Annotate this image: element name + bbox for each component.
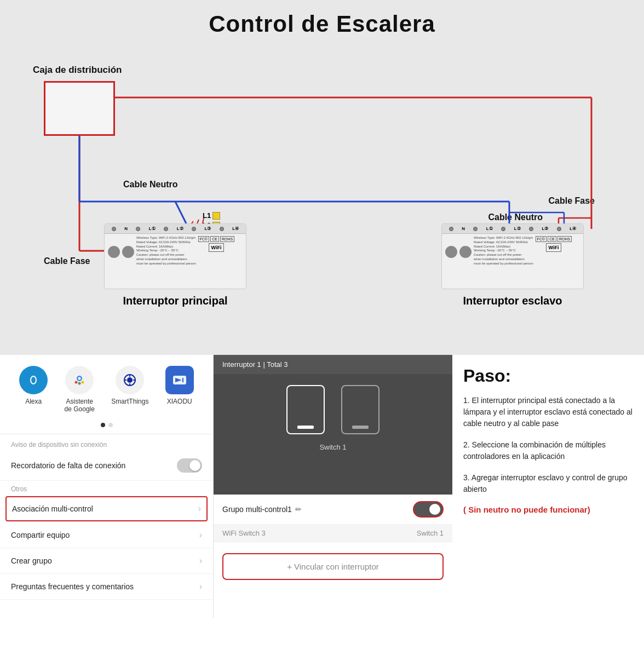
device-left-spec: Wireless Type: WiFi 2.4GHz 802.11b/g/n R… <box>136 236 196 266</box>
center-panel: Interruptor 1 | Total 3 Switch 1 Grupo m… <box>214 355 452 618</box>
terminal-l3 <box>192 227 196 231</box>
multi-control-app-label: Grupo multi-control1 <box>222 505 292 514</box>
alexa-svg <box>26 372 41 388</box>
alexa-label: Alexa <box>25 398 42 405</box>
wifi-switch-row: WiFi Switch 3 Switch 1 <box>214 525 452 542</box>
right-terminal-l4 <box>557 227 561 231</box>
toggle-on[interactable] <box>413 501 444 518</box>
device-left: N L① L② L③ L④ Wireless Type <box>104 223 246 289</box>
svg-point-20 <box>27 374 40 387</box>
share-device-label: Compartir equipo <box>11 531 70 539</box>
device-left-body: Wireless Type: WiFi 2.4GHz 802.11b/g/n R… <box>105 234 246 268</box>
device-right-topbar: N L① L② L③ L④ <box>442 224 583 234</box>
dot-1 <box>101 423 105 427</box>
switch-icons-row <box>286 385 380 434</box>
service-xiaodu: XIAODU <box>165 366 194 413</box>
switch-icon-2[interactable] <box>341 385 380 434</box>
faq-arrow: › <box>199 582 202 591</box>
diagram-area: Caja de distribución Cable Fase Cable Ne… <box>16 48 628 338</box>
wifi-switch-text: WiFi Switch 3 <box>222 529 266 537</box>
device-left-logos: FC© CE ROHS WiFi <box>198 236 234 266</box>
device-right-body: Wireless Type: WiFi 2.4GHz 802.11b/g/n R… <box>442 234 583 268</box>
service-alexa: Alexa <box>19 366 48 413</box>
terminal-n <box>112 227 116 231</box>
device-left-label: Interruptor principal <box>104 295 246 307</box>
device-left-inner: N L① L② L③ L④ Wireless Type <box>105 224 246 289</box>
step-2: 2. Seleccione la combinación de múltiple… <box>463 439 633 462</box>
right-cert-logos: FC© CE ROHS <box>536 236 572 242</box>
multi-control-app-text: Grupo multi-control1 ✏ <box>222 505 302 514</box>
device-left-certs <box>108 238 134 266</box>
svg-line-14 <box>197 220 199 223</box>
smartthings-icon[interactable] <box>116 366 144 394</box>
bind-button[interactable]: + Vincular con interruptor <box>222 553 444 580</box>
notification-row: Recordatorio de falta de conexión <box>0 451 213 481</box>
service-google: Asistentede Google <box>65 366 95 413</box>
toggle-knob <box>189 460 200 471</box>
notification-section-label: Aviso de dispositivo sin conexión <box>0 436 213 451</box>
smartthings-svg <box>122 372 137 388</box>
device-right-buttons <box>445 238 472 266</box>
svg-point-25 <box>78 382 81 385</box>
device-button2 <box>122 246 134 258</box>
switch-icon-bar-2 <box>352 426 369 429</box>
left-panel: Alexa Asistentede Google <box>0 355 214 618</box>
switch-1-text: Switch 1 <box>417 529 444 537</box>
carousel-dots <box>0 418 213 432</box>
right-wifi-badge: WiFi <box>546 243 562 252</box>
device-right: N L① L② L③ L④ Wireless Type <box>441 223 584 289</box>
toggle-on-knob <box>429 504 440 515</box>
main-title: Control de Escalera <box>16 11 628 37</box>
device-button <box>108 246 120 258</box>
device-right-inner: N L① L② L③ L④ Wireless Type <box>442 224 583 289</box>
device-left-topbar: N L① L② L③ L④ <box>105 224 246 234</box>
device-right-label: Interruptor esclavo <box>441 295 584 307</box>
multi-control-label: Asociación multi-control <box>12 504 93 513</box>
create-group-row[interactable]: Crear grupo › <box>0 548 213 574</box>
right-button1 <box>445 246 457 258</box>
right-terminal-l3 <box>529 227 533 231</box>
alexa-icon[interactable] <box>19 366 48 394</box>
notification-label: Recordatorio de falta de conexión <box>11 461 125 470</box>
terminal-l2 <box>164 227 168 231</box>
notification-toggle[interactable] <box>177 458 202 473</box>
google-label: Asistentede Google <box>65 398 95 413</box>
svg-point-26 <box>82 381 84 384</box>
right-panel: Paso: 1. El interruptor principal está c… <box>452 355 644 618</box>
switch-icon-1[interactable] <box>286 385 325 434</box>
svg-line-15 <box>203 218 204 223</box>
app-header: Interruptor 1 | Total 3 <box>214 355 452 374</box>
multi-control-row[interactable]: Asociación multi-control › <box>5 496 208 521</box>
svg-point-24 <box>75 381 78 384</box>
right-button2 <box>459 246 472 258</box>
switch-icon-bar-1 <box>297 426 314 429</box>
others-section-label: Otros <box>0 481 213 495</box>
xiaodu-icon[interactable] <box>165 366 194 394</box>
svg-point-23 <box>78 377 81 380</box>
faq-row[interactable]: Preguntas frecuentes y comentarios › <box>0 574 213 600</box>
divider-1 <box>0 434 213 434</box>
google-icon[interactable] <box>65 366 94 394</box>
paso-title: Paso: <box>463 366 633 386</box>
xiaodu-label: XIAODU <box>167 398 192 405</box>
service-smartthings: SmartThings <box>111 366 148 413</box>
create-group-label: Crear grupo <box>11 556 52 565</box>
app-device-area: Switch 1 <box>214 374 452 495</box>
service-icons-row: Alexa Asistentede Google <box>0 366 213 418</box>
terminal-l1 <box>136 227 140 231</box>
share-device-arrow: › <box>199 530 202 540</box>
multi-control-arrow: › <box>198 504 201 514</box>
device-right-spec: Wireless Type: WiFi 2.4GHz 802.11b/g/n R… <box>474 236 533 266</box>
diagram-section: Control de Escalera Caja de distribución… <box>0 0 644 355</box>
device-right-logos: FC© CE ROHS WiFi <box>536 236 572 266</box>
switch-label: Switch 1 <box>319 443 346 451</box>
warning-text: ( Sin neutro no puede funcionar) <box>463 505 633 514</box>
create-group-arrow: › <box>199 556 202 566</box>
cert-logos: FC© CE ROHS <box>198 236 234 242</box>
step-1: 1. El interruptor principal está conecta… <box>463 395 633 429</box>
xiaodu-svg <box>172 372 187 388</box>
bind-button-area: + Vincular con interruptor <box>214 542 452 591</box>
google-svg <box>72 372 87 388</box>
edit-icon[interactable]: ✏ <box>295 505 302 514</box>
share-device-row[interactable]: Compartir equipo › <box>0 522 213 548</box>
